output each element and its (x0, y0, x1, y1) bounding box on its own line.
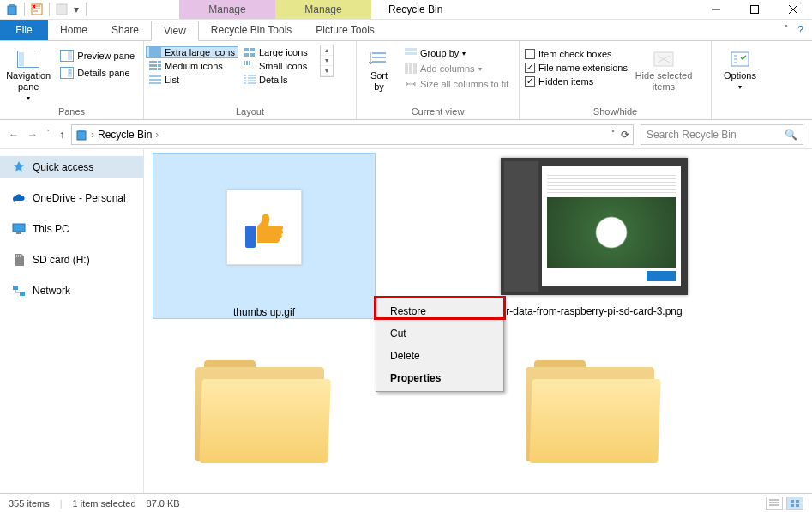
svg-rect-18 (149, 61, 153, 63)
options-button[interactable]: Options ▾ (717, 45, 763, 91)
qat-dropdown-icon[interactable]: ▾ (72, 3, 81, 16)
recent-locations-button[interactable]: ˅ (46, 129, 51, 141)
tab-share[interactable]: Share (99, 20, 151, 40)
status-size: 87.0 KB (147, 498, 180, 509)
hidden-items-toggle[interactable]: ✓Hidden items (525, 75, 628, 87)
sd-card-icon (12, 253, 26, 267)
preview-pane-button[interactable]: Preview pane (57, 48, 138, 63)
navigation-sidebar: Quick access OneDrive - Personal This PC… (0, 149, 144, 493)
add-columns-button[interactable]: Add columns ▾ (401, 62, 512, 75)
tab-home[interactable]: Home (48, 20, 99, 40)
size-columns-icon (405, 79, 417, 89)
layout-list[interactable]: List (146, 74, 238, 86)
svg-rect-4 (750, 6, 758, 14)
refresh-button[interactable]: ⟳ (621, 129, 629, 141)
sort-by-icon (367, 50, 391, 69)
back-button[interactable]: ← (9, 129, 19, 141)
hide-selected-items-button[interactable]: Hide selected items (633, 45, 695, 93)
svg-rect-14 (244, 48, 249, 51)
sidebar-item-onedrive[interactable]: OneDrive - Personal (0, 187, 143, 209)
thumbs-up-icon (238, 202, 290, 253)
ribbon-collapse-icon[interactable]: ˄ (784, 24, 789, 36)
breadcrumb-dropdown-icon[interactable]: ˅ (611, 129, 616, 141)
details-pane-icon (60, 67, 74, 79)
file-item-folder-2[interactable] (483, 338, 706, 485)
sidebar-item-this-pc[interactable]: This PC (0, 218, 143, 240)
svg-rect-32 (249, 63, 250, 65)
contextual-tab-manage-2[interactable]: Manage (275, 0, 371, 19)
tab-recycle-bin-tools[interactable]: Recycle Bin Tools (199, 20, 304, 40)
cloud-icon (12, 191, 26, 205)
svg-rect-8 (68, 51, 72, 60)
forward-button[interactable]: → (27, 129, 38, 141)
checkbox-checked-icon: ✓ (525, 63, 535, 73)
window-controls (696, 0, 812, 19)
sidebar-item-quick-access[interactable]: Quick access (0, 156, 143, 178)
breadcrumb-location[interactable]: Recycle Bin (98, 129, 152, 141)
recycle-bin-icon[interactable] (5, 3, 19, 16)
svg-rect-6 (19, 52, 24, 66)
tab-file[interactable]: File (0, 20, 48, 40)
size-columns-button[interactable]: Size all columns to fit (401, 77, 512, 91)
sort-by-button[interactable]: Sort by (362, 45, 396, 93)
svg-rect-25 (153, 68, 157, 70)
navigation-pane-button[interactable]: Navigation pane ▾ (5, 45, 51, 102)
item-check-boxes-toggle[interactable]: Item check boxes (525, 48, 628, 60)
svg-rect-15 (250, 48, 255, 51)
context-menu-restore[interactable]: Restore (378, 300, 502, 322)
file-item-thumbs-up[interactable]: thumbs up.gif (153, 153, 376, 319)
qat-placeholder-icon[interactable] (55, 3, 69, 16)
svg-rect-69 (796, 504, 799, 507)
view-details-toggle[interactable] (766, 497, 783, 510)
search-input[interactable]: Search Recycle Bin 🔍 (641, 124, 803, 145)
view-thumbnails-toggle[interactable] (786, 497, 803, 510)
context-menu-cut[interactable]: Cut (378, 322, 502, 345)
svg-rect-28 (246, 61, 248, 63)
options-icon (728, 50, 752, 69)
properties-icon[interactable] (30, 3, 44, 16)
context-menu-delete[interactable]: Delete (378, 345, 502, 367)
file-view[interactable]: thumbs up.gif r-data-from-raspberry-pi-s… (144, 149, 812, 493)
close-button[interactable] (773, 0, 812, 19)
file-item-raspberry-png[interactable]: r-data-from-raspberry-pi-sd-card-3.png (483, 153, 706, 317)
svg-rect-2 (57, 4, 67, 15)
tab-picture-tools[interactable]: Picture Tools (304, 20, 386, 40)
contextual-tab-manage-1[interactable]: Manage (179, 0, 275, 19)
svg-rect-23 (158, 64, 161, 67)
file-item-folder-1[interactable] (153, 338, 376, 485)
sidebar-item-network[interactable]: Network (0, 280, 143, 302)
svg-rect-67 (796, 500, 799, 503)
svg-rect-68 (791, 504, 794, 507)
layout-medium-icons[interactable]: Medium icons (146, 60, 238, 72)
svg-rect-55 (13, 224, 25, 232)
file-extensions-toggle[interactable]: ✓File name extensions (525, 62, 628, 74)
help-icon[interactable]: ? (797, 24, 803, 36)
svg-rect-26 (158, 68, 161, 70)
sidebar-item-sd-card[interactable]: SD card (H:) (0, 249, 143, 271)
up-button[interactable]: ↑ (59, 129, 64, 141)
context-menu: Restore Cut Delete Properties (376, 298, 504, 392)
address-bar: ← → ˅ ↑ › Recycle Bin › ˅ ⟳ Search Recyc… (0, 120, 812, 149)
layout-large-icons[interactable]: Large icons (240, 46, 311, 58)
layout-small-icons[interactable]: Small icons (240, 60, 311, 72)
ribbon-group-panes: Panes (0, 106, 143, 119)
layout-extra-large-icons[interactable]: Extra large icons (146, 46, 238, 58)
minimize-button[interactable] (696, 0, 735, 19)
layout-details[interactable]: Details (240, 74, 311, 86)
svg-rect-21 (149, 64, 153, 67)
breadcrumb[interactable]: › Recycle Bin › ˅ ⟳ (71, 124, 634, 145)
svg-rect-17 (250, 53, 255, 57)
svg-rect-31 (246, 63, 248, 65)
tab-view[interactable]: View (151, 21, 199, 41)
svg-rect-51 (413, 63, 417, 74)
layout-scroll[interactable]: ▴▾▾ (320, 45, 334, 77)
context-menu-properties[interactable]: Properties (378, 367, 502, 389)
maximize-button[interactable] (735, 0, 773, 19)
details-pane-button[interactable]: Details pane (57, 65, 138, 81)
chevron-down-icon: ▾ (27, 94, 30, 102)
star-icon (12, 160, 26, 174)
svg-rect-0 (8, 6, 16, 15)
png-thumbnail (501, 158, 688, 295)
svg-rect-24 (149, 68, 153, 70)
group-by-button[interactable]: Group by ▾ (401, 46, 512, 60)
